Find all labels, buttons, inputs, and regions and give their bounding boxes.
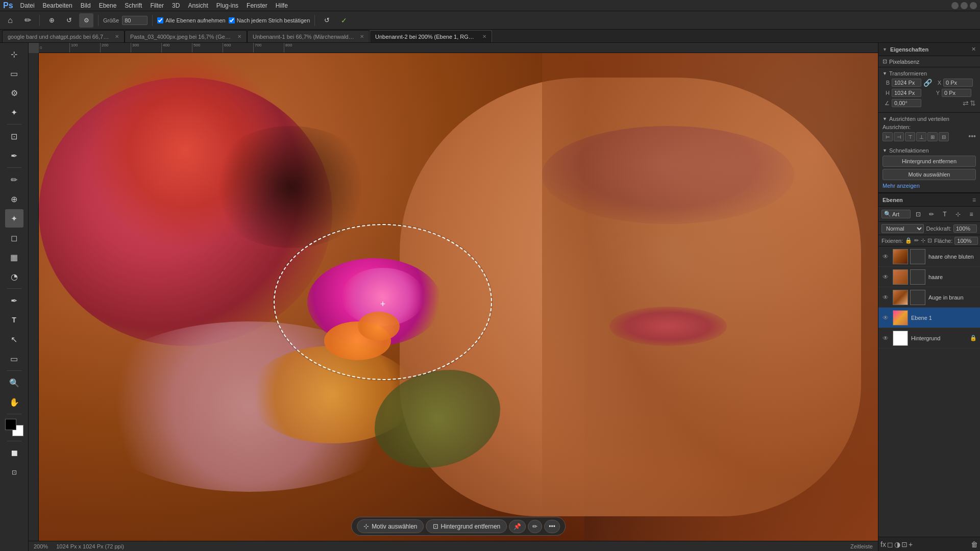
clone-tool[interactable]: ⊕ xyxy=(5,190,23,208)
size-input[interactable] xyxy=(122,16,148,25)
layer-item-4[interactable]: 👁 Hintergrund 🔒 xyxy=(878,328,980,348)
add-style-btn[interactable]: fx xyxy=(880,540,886,548)
checkbox-alle-ebenen[interactable]: Alle Ebenen aufnehmen xyxy=(157,17,225,23)
lock-pos-btn[interactable]: ⊡ xyxy=(927,237,932,244)
active-tool-btn[interactable]: ⚙ xyxy=(79,13,93,28)
edit-btn[interactable]: ✏ xyxy=(528,520,542,533)
more-btn[interactable]: ••• xyxy=(544,520,560,533)
align-top[interactable]: ⊥ xyxy=(916,132,926,141)
menu-datei[interactable]: Datei xyxy=(16,1,39,10)
layer-vis-0[interactable]: 👁 xyxy=(881,253,890,261)
home-button[interactable]: ⌂ xyxy=(3,13,17,28)
color-swatches[interactable] xyxy=(5,419,23,436)
transform-title[interactable]: ▼ Transformieren xyxy=(883,70,976,77)
tab-1-close[interactable]: ✕ xyxy=(237,34,241,39)
window-minimize[interactable] xyxy=(951,2,959,9)
eyedropper-tool[interactable]: ✒ xyxy=(5,146,23,165)
tab-0-close[interactable]: ✕ xyxy=(115,34,119,39)
menu-plugins[interactable]: Plug-ins xyxy=(212,1,242,10)
menu-filter[interactable]: Filter xyxy=(146,1,168,10)
layer-vis-4[interactable]: 👁 xyxy=(881,334,890,342)
tab-2-close[interactable]: ✕ xyxy=(360,34,364,39)
align-center-v[interactable]: ⊞ xyxy=(927,132,938,141)
b-input[interactable] xyxy=(892,79,921,87)
tab-0[interactable]: google bard und chatgpt.psdc bei 66,7% (… xyxy=(2,30,125,42)
opacity-input[interactable] xyxy=(953,224,977,233)
align-bottom[interactable]: ⊟ xyxy=(939,132,949,141)
eraser-tool[interactable]: ◻ xyxy=(5,229,23,247)
lasso-tool[interactable]: ⚙ xyxy=(5,84,23,102)
layer-item-1[interactable]: 👁 haare xyxy=(878,267,980,287)
new-doc-btn[interactable]: ⊕ xyxy=(44,13,59,28)
menu-ansicht[interactable]: Ansicht xyxy=(184,1,212,10)
layer-vis-1[interactable]: 👁 xyxy=(881,273,890,281)
align-more-icon[interactable]: ••• xyxy=(968,132,976,141)
layers-search[interactable]: 🔍 Art xyxy=(881,210,911,218)
window-maximize[interactable] xyxy=(961,2,968,9)
h-input[interactable] xyxy=(892,89,921,97)
mehr-anzeigen-link[interactable]: Mehr anzeigen xyxy=(883,183,920,189)
brush-tool[interactable]: ✏ xyxy=(5,170,23,189)
confirm-btn[interactable]: ✓ xyxy=(337,13,351,28)
add-group-btn[interactable]: ⊡ xyxy=(901,540,908,548)
menu-bild[interactable]: Bild xyxy=(77,1,95,10)
lock-draw-btn[interactable]: ✏ xyxy=(914,237,919,244)
x-input[interactable] xyxy=(943,79,973,87)
checkbox-nach-jedem[interactable]: Nach jedem Strich bestätigen xyxy=(229,17,310,23)
lock-all-btn[interactable]: 🔒 xyxy=(905,237,912,244)
motiv-auswahlen-btn[interactable]: ⊹ Motiv auswählen xyxy=(357,519,424,533)
screen-mode-tool[interactable]: ⊡ xyxy=(5,463,23,482)
tab-3-close[interactable]: ✕ xyxy=(482,34,486,39)
motiv-auswahlen-prop-btn[interactable]: Motiv auswählen xyxy=(883,169,976,180)
gradient-tool[interactable]: ▦ xyxy=(5,248,23,266)
add-layer-btn[interactable]: + xyxy=(909,540,913,548)
tab-2[interactable]: Unbenannt-1 bei 66,7% (Märchenwald, RGB/… xyxy=(247,30,370,42)
window-close[interactable] xyxy=(970,2,977,9)
text-tool[interactable]: T xyxy=(5,311,23,329)
crop-tool[interactable]: ⊡ xyxy=(5,127,23,145)
menu-3d[interactable]: 3D xyxy=(168,1,184,10)
layer-item-2[interactable]: 👁 Auge in braun xyxy=(878,287,980,308)
app-icon[interactable]: Ps xyxy=(3,1,13,10)
props-panel-close[interactable]: ✕ xyxy=(971,46,976,53)
link-icon[interactable]: 🔗 xyxy=(923,79,932,87)
nach-jedem-checkbox[interactable] xyxy=(229,17,235,23)
canvas-viewport[interactable]: + ⊹ Motiv auswählen ⊡ Hintergrund entfer… xyxy=(39,53,878,541)
hintergrund-entfernen-prop-btn[interactable]: Hintergrund entfernen xyxy=(883,156,976,167)
hand-tool[interactable]: ✋ xyxy=(5,393,23,411)
healing-tool[interactable]: ✦ xyxy=(5,209,23,228)
shape-tool[interactable]: ▭ xyxy=(5,349,23,368)
menu-schrift[interactable]: Schrift xyxy=(120,1,146,10)
layer-item-3[interactable]: 👁 Ebene 1 xyxy=(878,308,980,328)
pin-btn[interactable]: 📌 xyxy=(509,520,526,533)
menu-ebene[interactable]: Ebene xyxy=(95,1,121,10)
path-select-tool[interactable]: ↖ xyxy=(5,330,23,348)
mask-tool[interactable]: ⬜ xyxy=(5,444,23,462)
layers-filter-btn1[interactable]: ⊡ xyxy=(913,209,924,220)
layers-filter-btn3[interactable]: T xyxy=(939,209,950,220)
layers-filter-btn2[interactable]: ✏ xyxy=(926,209,937,220)
y-input[interactable] xyxy=(942,89,971,97)
magic-wand-tool[interactable]: ✦ xyxy=(5,103,23,121)
layer-item-0[interactable]: 👁 haare ohne bluten xyxy=(878,246,980,267)
select-tool[interactable]: ▭ xyxy=(5,64,23,83)
layer-vis-3[interactable]: 👁 xyxy=(881,314,890,322)
menu-hilfe[interactable]: Hilfe xyxy=(272,1,292,10)
lock-move-btn[interactable]: ⊹ xyxy=(921,237,925,244)
fill-input[interactable] xyxy=(954,237,978,245)
add-adjustment-btn[interactable]: ◑ xyxy=(894,540,900,548)
align-right[interactable]: ⊤ xyxy=(905,132,915,141)
flip-v-btn[interactable]: ⇅ xyxy=(970,99,976,107)
properties-header[interactable]: ▼ Eigenschaften ✕ xyxy=(878,43,980,56)
zoom-tool[interactable]: 🔍 xyxy=(5,373,23,392)
align-center-h[interactable]: ⊣ xyxy=(894,132,904,141)
layers-filter-btn5[interactable]: ≡ xyxy=(966,209,977,220)
pen-tool[interactable]: ✒ xyxy=(5,291,23,310)
add-mask-btn[interactable]: ◻ xyxy=(887,540,893,548)
align-left[interactable]: ⊢ xyxy=(883,132,893,141)
blend-mode-select[interactable]: Normal xyxy=(881,224,924,233)
layers-filter-btn4[interactable]: ⊹ xyxy=(952,209,964,220)
undo-btn[interactable]: ↺ xyxy=(62,13,76,28)
tab-3[interactable]: Unbenannt-2 bei 200% (Ebene 1, RGB/8#) ✕ xyxy=(370,30,492,42)
canvas-area[interactable]: 0 100 200 300 400 500 600 700 800 xyxy=(29,43,878,551)
